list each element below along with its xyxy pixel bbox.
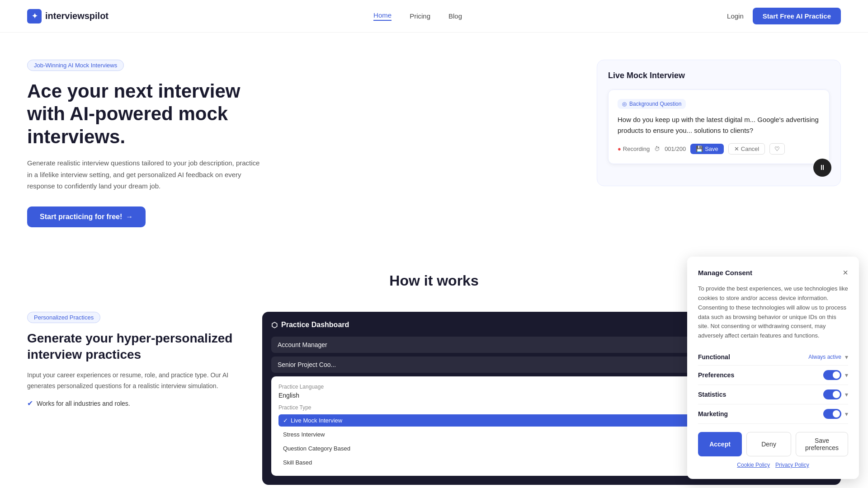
save-icon: 💾 [696, 145, 703, 152]
statistics-label: Statistics [698, 391, 726, 398]
preferences-toggle[interactable] [823, 370, 841, 380]
cookie-consent-panel: Manage Consent × To provide the best exp… [687, 257, 859, 479]
cancel-icon: ✕ [734, 145, 739, 152]
personalized-badge: Personalized Practices [27, 312, 100, 323]
question-card: ◎ Background Question How do you keep up… [608, 89, 830, 164]
check-icon: ✔ [27, 399, 33, 408]
dashboard-icon: ⬡ [271, 321, 278, 329]
nav-link-pricing[interactable]: Pricing [410, 12, 430, 20]
nav-links: Home Pricing Blog [373, 11, 462, 21]
hero-cta-button[interactable]: Start practicing for free! → [27, 206, 146, 227]
question-text: How do you keep up with the latest digit… [618, 114, 820, 136]
cookie-policy-link[interactable]: Cookie Policy [737, 462, 770, 468]
start-free-button[interactable]: Start Free AI Practice [753, 8, 841, 24]
cancel-button[interactable]: ✕ Cancel [728, 143, 765, 155]
pause-icon: ⏸ [819, 164, 826, 172]
logo-icon: ✦ [27, 9, 42, 23]
recording-indicator: ● Recording [618, 145, 650, 152]
logo-text: interviewspilot [45, 11, 108, 21]
question-badge-icon: ◎ [622, 101, 627, 107]
question-actions: ● Recording ⏱ 001/200 💾 Save ✕ Cancel ♡ [618, 143, 820, 155]
logo[interactable]: ✦ interviewspilot [27, 9, 108, 23]
check-mark: ✓ [283, 417, 288, 424]
hero-section: Job-Winning AI Mock Interviews Ace your … [0, 33, 868, 245]
record-dot: ● [618, 145, 621, 152]
timer-display: 001/200 [665, 145, 686, 152]
arrow-icon: → [126, 213, 133, 221]
hero-title: Ace your next interview with AI-powered … [27, 80, 262, 148]
check-item-0: ✔ Works for all industries and roles. [27, 399, 244, 408]
statistics-right: ▾ [823, 389, 848, 399]
marketing-right: ▾ [823, 409, 848, 419]
cookie-action-buttons: Accept Deny Save preferences [698, 432, 848, 456]
timer-icon: ⏱ [654, 145, 660, 152]
statistics-chevron[interactable]: ▾ [845, 391, 848, 398]
cookie-row-marketing: Marketing ▾ [698, 404, 848, 424]
cookie-title: Manage Consent [698, 269, 752, 277]
navbar: ✦ interviewspilot Home Pricing Blog Logi… [0, 0, 868, 33]
nav-link-blog[interactable]: Blog [448, 12, 462, 20]
cookie-footer: Cookie Policy Privacy Policy [698, 462, 848, 468]
favorite-button[interactable]: ♡ [769, 143, 785, 155]
privacy-policy-link[interactable]: Privacy Policy [775, 462, 809, 468]
always-active-badge: Always active [808, 354, 841, 360]
preferences-right: ▾ [823, 370, 848, 380]
functional-right: Always active ▾ [808, 353, 848, 361]
pause-button[interactable]: ⏸ [813, 159, 831, 177]
marketing-toggle[interactable] [823, 409, 841, 419]
mock-interview-card: Live Mock Interview ◎ Background Questio… [597, 60, 841, 186]
marketing-chevron[interactable]: ▾ [845, 410, 848, 418]
preferences-label: Preferences [698, 371, 734, 379]
cookie-header: Manage Consent × [698, 267, 848, 278]
cookie-deny-button[interactable]: Deny [746, 432, 791, 456]
cookie-close-button[interactable]: × [843, 267, 848, 278]
nav-link-home[interactable]: Home [373, 11, 392, 21]
hero-left: Job-Winning AI Mock Interviews Ace your … [27, 60, 262, 227]
how-description: Input your career experiences or resume,… [27, 370, 244, 392]
cookie-description: To provide the best experiences, we use … [698, 284, 848, 341]
mock-card-title: Live Mock Interview [608, 71, 830, 80]
cookie-save-button[interactable]: Save preferences [796, 432, 848, 456]
cookie-row-preferences: Preferences ▾ [698, 366, 848, 385]
hero-description: Generate realistic interview questions t… [27, 157, 262, 192]
functional-chevron[interactable]: ▾ [845, 353, 848, 361]
save-answer-button[interactable]: 💾 Save [690, 144, 724, 154]
preferences-chevron[interactable]: ▾ [845, 371, 848, 379]
cookie-accept-button[interactable]: Accept [698, 432, 742, 456]
statistics-toggle[interactable] [823, 389, 841, 399]
nav-right: Login Start Free AI Practice [727, 8, 841, 24]
cookie-row-functional: Functional Always active ▾ [698, 349, 848, 366]
marketing-label: Marketing [698, 410, 728, 418]
how-title: Generate your hyper-personalized intervi… [27, 330, 244, 363]
functional-label: Functional [698, 353, 730, 361]
how-left: Personalized Practices Generate your hyp… [27, 312, 244, 411]
login-button[interactable]: Login [727, 12, 744, 20]
hero-badge: Job-Winning AI Mock Interviews [27, 60, 124, 71]
question-type-badge: ◎ Background Question [618, 99, 686, 109]
cookie-row-statistics: Statistics ▾ [698, 385, 848, 404]
